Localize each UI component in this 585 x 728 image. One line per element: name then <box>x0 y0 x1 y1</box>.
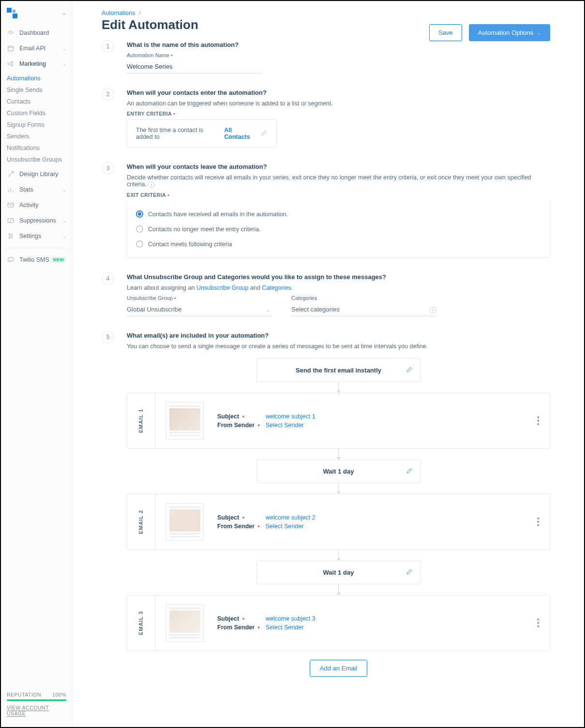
chevron-down-icon: ⌄ <box>62 234 66 239</box>
account-switcher-chevron[interactable]: ⌄ <box>62 10 66 16</box>
sidebar-sub-automations[interactable]: Automations <box>1 73 72 84</box>
brand-logo[interactable] <box>7 8 17 18</box>
sidebar-label: Email API <box>19 45 45 52</box>
subject-value[interactable]: welcome subject 3 <box>266 615 315 622</box>
reputation-bar <box>7 699 66 701</box>
info-icon[interactable]: i <box>430 307 436 313</box>
sidebar-sub-signup-forms[interactable]: Signup Forms <box>1 119 72 131</box>
sidebar-item-design-library[interactable]: Design Library <box>1 166 72 182</box>
timing-first[interactable]: Send the first email instantly <box>256 358 421 382</box>
sidebar-sub-single-sends[interactable]: Single Sends <box>1 84 72 96</box>
exit-option-2[interactable]: Contact meets following criteria <box>136 237 541 252</box>
radio-icon <box>136 240 143 248</box>
sidebar-item-suppressions[interactable]: Suppressions ⌄ <box>1 213 72 228</box>
sidebar-sub-custom-fields[interactable]: Custom Fields <box>1 107 72 119</box>
sidebar-item-settings[interactable]: Settings ⌄ <box>1 228 72 244</box>
chevron-down-icon: ⌄ <box>62 46 66 51</box>
save-button[interactable]: Save <box>429 24 462 41</box>
chat-icon <box>7 256 15 264</box>
step-number: 1 <box>102 40 114 53</box>
from-sender-value[interactable]: Select Sender <box>266 624 304 631</box>
required-asterisk: • <box>173 111 175 117</box>
sidebar-item-activity[interactable]: Activity <box>1 197 72 213</box>
step-3: 3 When will your contacts leave the auto… <box>102 163 550 258</box>
email-thumbnail[interactable] <box>166 503 204 541</box>
automation-name-input[interactable] <box>127 61 262 74</box>
sidebar-label: Activity <box>19 202 39 208</box>
edit-icon[interactable] <box>406 467 413 475</box>
sidebar-label: Design Library <box>19 171 59 178</box>
edit-icon[interactable] <box>406 568 413 577</box>
subject-value[interactable]: welcome subject 1 <box>266 413 315 420</box>
sidebar-item-marketing[interactable]: Marketing ⌄ <box>1 56 72 72</box>
timing-label: Send the first email instantly <box>296 367 381 374</box>
info-icon[interactable]: i <box>148 181 155 188</box>
timing-wait-1[interactable]: Wait 1 day <box>256 460 421 483</box>
chevron-down-icon: ⌄ <box>62 61 66 67</box>
timing-wait-2[interactable]: Wait 1 day <box>256 561 421 584</box>
step-number: 2 <box>102 88 114 101</box>
required-asterisk: • <box>256 523 260 530</box>
flow-connector <box>338 550 339 561</box>
email-side-label: EMAIL 1 <box>127 393 155 448</box>
email-thumbnail[interactable] <box>166 402 204 440</box>
sidebar-sub-contacts[interactable]: Contacts <box>1 96 72 107</box>
timing-label: Wait 1 day <box>323 468 354 475</box>
exit-option-0[interactable]: Contacts have received all emails in the… <box>136 207 541 222</box>
email-menu-icon[interactable]: ••• <box>537 617 539 629</box>
exit-criteria-box: Contacts have received all emails in the… <box>127 201 550 258</box>
flow-connector <box>338 382 339 393</box>
label-text: Automation Name <box>127 52 169 58</box>
label-text: ENTRY CRITERIA <box>127 111 172 117</box>
entry-list-link[interactable]: All Contacts <box>224 127 256 140</box>
unsub-group-link[interactable]: Unsubscribe Group <box>196 284 249 291</box>
breadcrumb-sep: / <box>139 10 140 16</box>
from-sender-value[interactable]: Select Sender <box>266 422 304 429</box>
email-thumbnail[interactable] <box>166 604 204 642</box>
step-number: 3 <box>102 162 114 175</box>
required-asterisk: • <box>256 624 260 631</box>
radio-label: Contacts no longer meet the entry criter… <box>148 226 261 233</box>
subject-value[interactable]: welcome subject 2 <box>266 514 315 521</box>
desc-text: and <box>249 284 262 291</box>
sidebar-item-email-api[interactable]: Email API ⌄ <box>1 41 72 56</box>
add-email-button[interactable]: Add an Email <box>310 660 367 677</box>
calendar-icon <box>7 45 15 52</box>
subject-label: Subject • <box>217 413 261 420</box>
categories-link[interactable]: Categories <box>262 284 291 291</box>
save-button-label: Save <box>438 29 453 36</box>
sidebar-sub-unsubscribe-groups[interactable]: Unsubscribe Groups <box>1 154 72 165</box>
sidebar-item-stats[interactable]: Stats ⌄ <box>1 182 72 197</box>
sidebar-sub-label: Automations <box>7 75 40 82</box>
required-asterisk: • <box>174 295 176 301</box>
from-sender-value[interactable]: Select Sender <box>266 523 304 530</box>
k-text: Subject <box>217 615 239 622</box>
email-card-3: EMAIL 3 Subject • welcome subject 3 From… <box>127 595 550 651</box>
step-description: An automation can be triggered when some… <box>127 100 550 107</box>
categories-label: Categories <box>291 295 436 301</box>
categories-select[interactable]: Categories Select categories i <box>291 295 436 316</box>
sidebar-sub-label: Notifications <box>7 145 40 151</box>
email-menu-icon[interactable]: ••• <box>537 415 539 427</box>
entry-criteria-box[interactable]: The first time a contact is added to All… <box>127 119 277 148</box>
required-asterisk: • <box>167 192 169 198</box>
bar-chart-icon <box>7 186 15 193</box>
automation-options-button[interactable]: Automation Options ⌄ <box>469 24 550 41</box>
edit-icon[interactable] <box>261 130 268 138</box>
step-title: What Unsubscribe Group and Categories wo… <box>127 273 550 281</box>
sidebar-sub-senders[interactable]: Senders <box>1 131 72 142</box>
reputation-label: REPUTATION <box>7 692 41 698</box>
view-usage-link[interactable]: VIEW ACCOUNT USAGE <box>7 705 49 716</box>
k-text: Subject <box>217 514 239 521</box>
sidebar-sub-notifications[interactable]: Notifications <box>1 142 72 154</box>
new-badge: NEW <box>51 257 66 263</box>
envelope-icon <box>7 201 15 209</box>
sidebar-item-twilio-sms[interactable]: Twilio SMS NEW <box>1 252 72 267</box>
breadcrumb-root[interactable]: Automations <box>102 10 135 16</box>
sidebar-item-dashboard[interactable]: Dashboard <box>1 25 72 41</box>
unsubscribe-group-select[interactable]: Unsubscribe Group• Global Unsubscribe ⌄ <box>127 295 272 316</box>
email-menu-icon[interactable]: ••• <box>537 516 539 528</box>
radio-label: Contact meets following criteria <box>148 241 232 248</box>
exit-option-1[interactable]: Contacts no longer meet the entry criter… <box>136 222 541 237</box>
edit-icon[interactable] <box>406 366 413 374</box>
